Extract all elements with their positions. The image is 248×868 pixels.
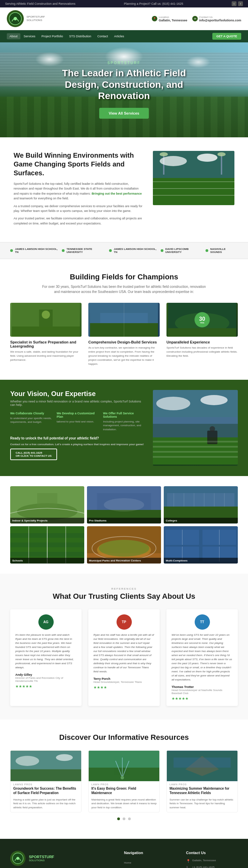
svg-rect-36 [153, 456, 238, 458]
footer-contact-title: Contact Us [186, 851, 238, 855]
svg-rect-5 [153, 188, 234, 189]
resource-card-1[interactable]: LAWNS PROS Groundwork for Success: The B… [10, 750, 82, 812]
feature-card-3: 30 YRS Unparalleled Experience SportsTur… [166, 303, 238, 366]
svg-point-13 [197, 154, 217, 162]
nav-services[interactable]: Services [21, 33, 38, 39]
testimonial-text-1: It's been the pleasure to work with and … [15, 633, 76, 670]
expertise-item-desc-3: Including project planning, site managem… [103, 420, 146, 431]
testimonials-grid: AG It's been the pleasure to work with a… [10, 609, 238, 706]
svg-rect-4 [153, 181, 234, 182]
nav-distribution[interactable]: STS Distribution [67, 33, 94, 39]
expertise-item-3: We Offer Full Service Solutions Includin… [103, 412, 146, 431]
gallery-item-4[interactable]: Schools [10, 526, 84, 564]
footer-col-about: SPORTSTURF SOLUTIONS SportsTurf Solution… [10, 851, 114, 868]
gallery-item-2[interactable]: Pro Stadiums [87, 486, 161, 524]
page-dot-3[interactable] [128, 817, 131, 820]
expertise-item-desc-1: to understand your specific needs, requi… [10, 416, 53, 424]
gallery-label-1: Indoor & Specialty Projects [10, 518, 84, 524]
testimonial-name-2: Terry Porch [93, 677, 155, 680]
building-title: Building Fields for Champions [10, 273, 238, 281]
nav-portfolio[interactable]: Project Portfolio [39, 33, 66, 39]
twitter-icon[interactable]: t [232, 1, 236, 6]
testimonial-stars-1: ★★★★★ [15, 684, 76, 689]
svg-point-88 [16, 857, 19, 860]
resource-tag-2: LAWN PROS [89, 781, 159, 786]
field-svg [153, 151, 234, 205]
feature-image-1 [10, 303, 82, 337]
build-image [153, 151, 234, 205]
logo-name-1: JAMES LAWSON HIGH SCHOOL, TN [15, 248, 62, 254]
page-dot-1[interactable] [117, 817, 120, 820]
svg-rect-39 [37, 493, 57, 507]
build-highlight: Bringing out the best performance [92, 192, 142, 195]
contact-label: Contact Us [199, 16, 241, 19]
expertise-phone[interactable]: CALL (615) 441-1625 OR CLICK TO CONTACT … [10, 449, 57, 460]
testimonial-title-1: Director of Parks and Recreation City of… [15, 676, 76, 683]
expertise-cta: Ready to unlock the full potential of yo… [10, 436, 146, 460]
footer-location-text: Gallatin, Tennessee [192, 859, 216, 862]
hero-section: SPORTSTURF The Leader in Athletic Field … [0, 42, 248, 137]
testimonial-1: AG It's been the pleasure to work with a… [10, 609, 82, 706]
features-grid: Specialist in Surface Preparation and La… [10, 303, 238, 366]
svg-rect-81 [89, 768, 159, 781]
footer-phone-text: +1 (615) 441-1625 [192, 866, 215, 868]
page-dot-2[interactable] [123, 817, 125, 820]
footer: SPORTSTURF SOLUTIONS SportsTurf Solution… [0, 839, 248, 868]
resource-card-2[interactable]: LAWN PROS It's Easy Being Green: Field M… [88, 750, 160, 812]
nav-links: About Services Project Portfolio STS Dis… [7, 33, 127, 39]
top-bar-left: Serving Athletic Field Construction and … [5, 2, 75, 5]
svg-point-27 [156, 397, 190, 410]
feature-desc-3: SportsTurf Solutions has decades of expe… [166, 346, 238, 358]
logo-dot-3 [109, 249, 112, 252]
resource-img-1 [11, 751, 81, 781]
hero-cta-button[interactable]: View All Services [99, 108, 149, 119]
logo-area: SPORTSTURF SOLUTIONS [7, 10, 45, 27]
location-value: Gallatin, Tennessee [159, 19, 187, 22]
gallery-item-6[interactable]: Multi-Complexes [164, 526, 238, 564]
testimonial-name-3: Thomas Trotter [172, 685, 233, 689]
feature-title-1: Specialist in Surface Preparation and La… [10, 340, 82, 348]
resource-card-3[interactable]: LAWN PROS Maximizing Summer Maintenance … [166, 750, 238, 812]
gallery-item-3[interactable]: Colleges [164, 486, 238, 524]
expertise-cta-sub: Contact us for a free consultation. Let'… [10, 443, 146, 446]
hero-title: The Leader in Athletic Field Design, Con… [62, 67, 186, 102]
building-subtitle: For over 30 years, SportsTurf Solutions … [39, 284, 209, 294]
svg-rect-33 [153, 441, 238, 442]
logo-name-5: NASHVILLE SOUNDS [210, 248, 238, 254]
expertise-title: Your Vision, Our Expertise [10, 390, 146, 398]
feature-title-3: Unparalleled Experience [166, 340, 238, 344]
quote-button[interactable]: GET A QUOTE [212, 33, 241, 40]
feature-image-3: 30 YRS [166, 303, 238, 337]
testimonial-text-3: We've been using STS for well over 10 ye… [172, 633, 233, 682]
nav-about[interactable]: About [7, 33, 20, 39]
resource-tag-3: LAWN PROS [167, 781, 237, 786]
top-bar: Serving Athletic Field Construction and … [0, 0, 248, 7]
avatar-3: TT [195, 614, 210, 630]
facebook-icon[interactable]: f [238, 1, 243, 6]
footer-links: Home About Us Services Project Gallery S… [124, 859, 176, 868]
nav-contact[interactable]: Contact [95, 33, 111, 39]
expertise-item-2: We Develop a Customized Plan tailored to… [57, 412, 100, 431]
gallery-item-1[interactable]: Indoor & Specialty Projects [10, 486, 84, 524]
resource-img-3 [167, 751, 237, 781]
expertise-section: Your Vision, Our Expertise Whether you n… [0, 380, 248, 476]
gallery-label-5: Municipal Parks and Recreation Centers [87, 558, 161, 564]
expertise-cta-text: Ready to unlock the full potential of yo… [10, 436, 146, 440]
testimonials-title: What Our Trusting Clients Say About Us [10, 592, 238, 601]
contact-item: ✉ Contact Us info@sportturfsolutions.com [192, 16, 241, 22]
hero-title-line1: The Leader in Athletic Field [62, 68, 186, 78]
footer-link-home[interactable]: Home [124, 861, 131, 864]
logo-dot-1 [10, 249, 13, 252]
hero-title-line3: Renovation [98, 91, 150, 101]
location-item: 📍 Location Gallatin, Tennessee [152, 16, 187, 22]
feature-image-2 [88, 303, 160, 337]
logos-strip: JAMES LAWSON HIGH SCHOOL, TN TENNESSEE S… [0, 242, 248, 259]
feature-desc-1: We ensure a safe, stable, and lasting fo… [10, 350, 82, 362]
gallery-item-5[interactable]: Municipal Parks and Recreation Centers [87, 526, 161, 564]
feature-title-2: Comprehensive Design-Build Services [88, 340, 160, 344]
hero-title-line2: Design, Construction, and [65, 79, 183, 90]
phone-icon: 📞 [186, 866, 190, 868]
nav-articles[interactable]: Articles [111, 33, 127, 39]
svg-rect-35 [153, 451, 238, 453]
gallery-label-6: Multi-Complexes [164, 558, 238, 564]
